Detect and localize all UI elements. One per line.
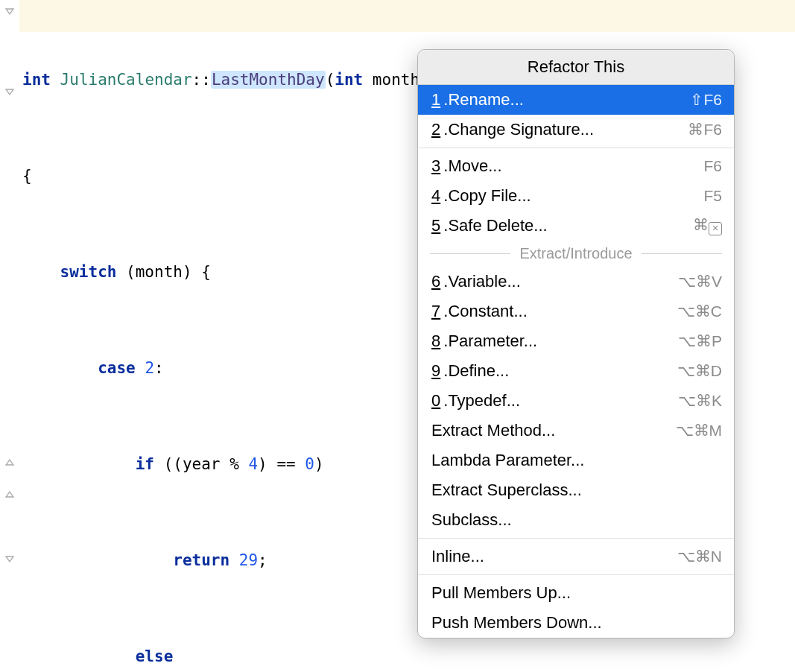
selected-identifier: LastMonthDay (211, 71, 326, 89)
popup-item-safe-delete[interactable]: 5. Safe Delete...⌘× (418, 211, 734, 241)
popup-item-rename[interactable]: 1. Rename...⇧F6 (418, 85, 734, 115)
popup-item-extract-method[interactable]: Extract Method...⌥⌘M (418, 416, 734, 446)
shortcut-label: ⌥⌘P (678, 332, 722, 350)
popup-item-define[interactable]: 9. Define...⌥⌘D (418, 356, 734, 386)
popup-separator (418, 148, 734, 148)
popup-item-change-signature[interactable]: 2. Change Signature...⌘F6 (418, 115, 734, 145)
popup-item-subclass[interactable]: Subclass... (418, 505, 734, 535)
popup-item-parameter[interactable]: 8. Parameter...⌥⌘P (418, 326, 734, 356)
shortcut-label: ⇧F6 (690, 91, 722, 109)
shortcut-label: ⌥⌘M (676, 422, 723, 440)
popup-item-constant[interactable]: 7. Constant...⌥⌘C (418, 297, 734, 326)
refactor-popup: Refactor This 1. Rename...⇧F62. Change S… (417, 49, 735, 638)
shortcut-label: ⌘F6 (688, 121, 722, 139)
shortcut-label: ⌥⌘K (678, 392, 722, 410)
shortcut-label: ⌘× (693, 216, 722, 235)
popup-separator (418, 538, 734, 539)
gutter (0, 0, 19, 672)
shortcut-label: F6 (703, 157, 722, 175)
popup-title: Refactor This (418, 50, 734, 85)
shortcut-label: ⌥⌘N (677, 548, 722, 565)
code-line[interactable]: else (22, 641, 654, 672)
fold-marker-icon[interactable] (4, 86, 15, 97)
popup-item-push-members-down[interactable]: Push Members Down... (418, 608, 734, 638)
popup-item-copy-file[interactable]: 4. Copy File...F5 (418, 181, 734, 211)
shortcut-label: F5 (703, 187, 722, 205)
fold-marker-icon[interactable] (4, 6, 15, 16)
fold-end-icon[interactable] (4, 457, 15, 468)
fold-end-icon[interactable] (4, 489, 15, 500)
popup-item-lambda-parameter[interactable]: Lambda Parameter... (418, 446, 734, 475)
popup-item-extract-superclass[interactable]: Extract Superclass... (418, 475, 734, 505)
fold-marker-icon[interactable] (4, 554, 15, 564)
popup-item-move[interactable]: 3. Move...F6 (418, 151, 734, 181)
shortcut-label: ⌥⌘D (677, 362, 722, 380)
shortcut-label: ⌥⌘C (677, 302, 722, 320)
popup-separator (418, 574, 734, 575)
popup-section-header: Extract/Introduce (418, 241, 734, 267)
popup-item-pull-members-up[interactable]: Pull Members Up... (418, 578, 734, 608)
shortcut-label: ⌥⌘V (678, 273, 722, 291)
popup-item-variable[interactable]: 6. Variable...⌥⌘V (418, 267, 734, 297)
popup-item-typedef[interactable]: 0. Typedef...⌥⌘K (418, 386, 734, 416)
popup-item-inline[interactable]: Inline...⌥⌘N (418, 542, 734, 571)
